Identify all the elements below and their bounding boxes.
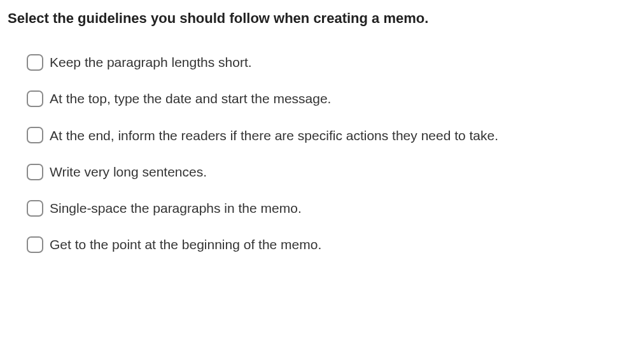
option-row[interactable]: At the top, type the date and start the … [27, 90, 636, 107]
checkbox[interactable] [27, 236, 43, 253]
options-list: Keep the paragraph lengths short. At the… [8, 54, 636, 254]
checkbox[interactable] [27, 90, 43, 107]
checkbox[interactable] [27, 127, 43, 143]
option-row[interactable]: Get to the point at the beginning of the… [27, 236, 636, 253]
option-label: Single-space the paragraphs in the memo. [50, 199, 302, 217]
checkbox[interactable] [27, 54, 43, 71]
checkbox[interactable] [27, 200, 43, 217]
option-row[interactable]: Single-space the paragraphs in the memo. [27, 199, 636, 217]
checkbox[interactable] [27, 164, 43, 180]
option-label: At the top, type the date and start the … [50, 90, 331, 107]
question-title: Select the guidelines you should follow … [8, 10, 636, 27]
option-label: At the end, inform the readers if there … [50, 127, 498, 144]
option-label: Keep the paragraph lengths short. [50, 54, 252, 71]
option-row[interactable]: At the end, inform the readers if there … [27, 127, 636, 144]
option-row[interactable]: Write very long sentences. [27, 163, 636, 180]
option-label: Write very long sentences. [50, 163, 207, 180]
option-label: Get to the point at the beginning of the… [50, 236, 321, 253]
option-row[interactable]: Keep the paragraph lengths short. [27, 54, 636, 71]
